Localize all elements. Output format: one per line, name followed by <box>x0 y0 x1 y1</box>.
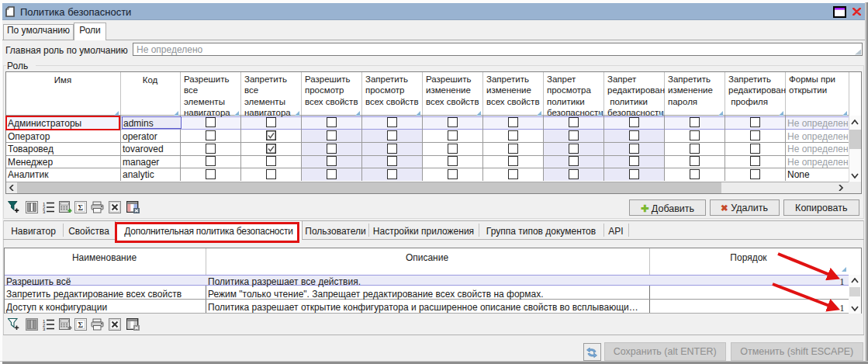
svg-text:3: 3 <box>43 327 46 331</box>
svg-text:Σ: Σ <box>78 203 84 212</box>
svg-text:Σ: Σ <box>78 320 84 328</box>
svg-text:3: 3 <box>43 210 46 213</box>
